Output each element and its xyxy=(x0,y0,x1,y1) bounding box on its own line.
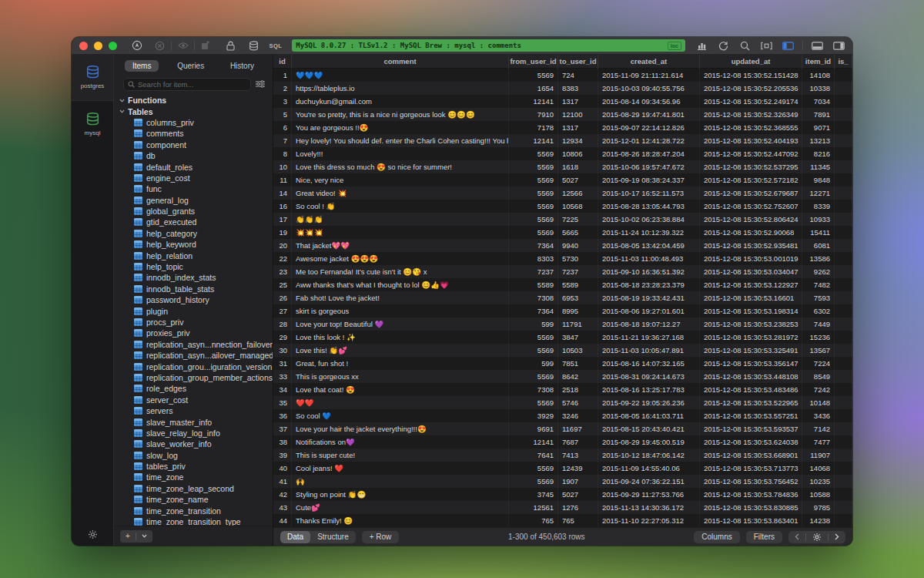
table-row[interactable]: 33This is gorgeous xx556986422015-08-31 … xyxy=(273,370,852,383)
cell-to_user_id[interactable]: 1317 xyxy=(558,95,598,108)
cell-from_user_id[interactable]: 7237 xyxy=(509,265,558,278)
cell-created_at[interactable]: 2015-11-21 19:36:27.168 xyxy=(598,331,700,344)
table-row[interactable]: 1💙💙💙55697242015-11-09 21:11:21.6142015-1… xyxy=(273,69,852,82)
lock-icon[interactable] xyxy=(225,40,236,52)
cell-from_user_id[interactable]: 7308 xyxy=(509,291,558,304)
cell-item_id[interactable]: 7034 xyxy=(802,95,835,108)
cell-comment[interactable]: 🙌 xyxy=(292,475,509,488)
cell-to_user_id[interactable]: 12566 xyxy=(558,187,598,200)
cell-id[interactable]: 37 xyxy=(273,422,292,435)
cell-from_user_id[interactable]: 12141 xyxy=(509,95,558,108)
refresh-icon[interactable] xyxy=(718,40,729,52)
cell-is_[interactable] xyxy=(835,82,852,95)
sidebar-item-plugin[interactable]: plugin xyxy=(119,305,273,316)
cell-comment[interactable]: Nice, very nice xyxy=(292,173,509,187)
grid-settings-gear-icon[interactable] xyxy=(806,533,828,542)
cell-item_id[interactable]: 7449 xyxy=(802,318,835,331)
cell-from_user_id[interactable]: 599 xyxy=(509,318,558,331)
cell-from_user_id[interactable]: 5569 xyxy=(509,475,558,488)
cell-to_user_id[interactable]: 8383 xyxy=(558,82,598,95)
toggle-bottom-panel-icon[interactable] xyxy=(812,40,823,52)
cell-to_user_id[interactable]: 5027 xyxy=(558,488,598,501)
cell-item_id[interactable]: 10148 xyxy=(802,396,835,409)
cell-id[interactable]: 8 xyxy=(273,147,292,160)
cell-to_user_id[interactable]: 2518 xyxy=(558,383,598,396)
cell-item_id[interactable]: 10933 xyxy=(802,213,835,226)
table-row[interactable]: 44Thanks Emily! 😊7657652015-11-10 22:27:… xyxy=(273,514,852,527)
table-row[interactable]: 16So cool ! 👏5569105682015-08-28 13:05:4… xyxy=(273,200,852,213)
cell-from_user_id[interactable]: 5569 xyxy=(509,344,558,357)
cell-created_at[interactable]: 2015-08-05 13:42:04.459 xyxy=(598,239,700,252)
cell-created_at[interactable]: 2015-11-24 10:12:39.322 xyxy=(598,226,700,239)
cell-from_user_id[interactable]: 5569 xyxy=(509,69,558,82)
table-row[interactable]: 42Styling on point 👏😁374550272015-09-29 … xyxy=(273,488,852,501)
cell-is_[interactable] xyxy=(835,396,852,409)
cell-id[interactable]: 28 xyxy=(273,318,292,331)
cell-created_at[interactable]: 2015-09-29 11:27:53.766 xyxy=(598,488,700,501)
cell-to_user_id[interactable]: 8995 xyxy=(558,304,598,318)
cell-id[interactable]: 11 xyxy=(273,173,292,187)
cell-created_at[interactable]: 2015-09-07 22:14:12.826 xyxy=(598,121,700,134)
cell-is_[interactable] xyxy=(835,278,852,291)
sidebar-item-servers[interactable]: servers xyxy=(119,405,273,416)
cell-from_user_id[interactable]: 12141 xyxy=(509,435,558,449)
column-header-id[interactable]: id xyxy=(273,55,292,69)
cell-updated_at[interactable]: 2015-12-08 15:30:52.572182 xyxy=(700,173,802,187)
cell-comment[interactable]: You're so pretty, this is a nice ni gorg… xyxy=(292,108,509,121)
cell-to_user_id[interactable]: 12439 xyxy=(558,462,598,475)
next-page-button[interactable] xyxy=(829,533,845,540)
cell-to_user_id[interactable]: 1276 xyxy=(558,501,598,514)
sidebar-item-replication_grou...iguration_version[interactable]: replication_grou...iguration_version xyxy=(119,361,273,371)
cell-item_id[interactable]: 15411 xyxy=(802,226,835,239)
cell-id[interactable]: 41 xyxy=(273,475,292,488)
cell-id[interactable]: 1 xyxy=(273,69,292,82)
table-row[interactable]: 11Nice, very nice556950272015-09-19 08:3… xyxy=(273,173,852,187)
cell-updated_at[interactable]: 2015-12-08 15:30:52.752607 xyxy=(700,200,802,213)
cell-created_at[interactable]: 2015-08-26 18:28:47.204 xyxy=(598,147,700,160)
sidebar-item-innodb_index_stats[interactable]: innodb_index_stats xyxy=(119,272,273,283)
table-row[interactable]: 43Cute💕1256112762015-11-13 14:30:36.1722… xyxy=(273,501,852,514)
cell-id[interactable]: 25 xyxy=(273,278,292,291)
cell-to_user_id[interactable]: 1907 xyxy=(558,475,598,488)
table-row[interactable]: 36So cool 💙392932462015-08-05 16:41:03.7… xyxy=(273,409,852,422)
cell-is_[interactable] xyxy=(835,488,852,501)
cell-to_user_id[interactable]: 3847 xyxy=(558,331,598,344)
cell-from_user_id[interactable]: 5569 xyxy=(509,147,558,160)
sql-editor-icon[interactable]: SQL xyxy=(270,40,281,52)
cell-id[interactable]: 10 xyxy=(273,160,292,173)
cell-comment[interactable]: 💥💥💥 xyxy=(292,226,509,239)
table-row[interactable]: 7Hey lovely! You should def. enter the C… xyxy=(273,134,852,147)
cell-created_at[interactable]: 2015-08-05 16:41:03.711 xyxy=(598,409,700,422)
cell-updated_at[interactable]: 2015-12-08 15:30:52.368555 xyxy=(700,121,802,134)
cell-is_[interactable] xyxy=(835,265,852,278)
table-row[interactable]: 5You're so pretty, this is a nice ni gor… xyxy=(273,108,852,121)
cell-comment[interactable]: So cool 💙 xyxy=(292,409,509,422)
cell-updated_at[interactable]: 2015-12-08 15:30:52.326349 xyxy=(700,108,802,121)
cell-comment[interactable]: 👏👏👏 xyxy=(292,213,509,226)
cell-id[interactable]: 33 xyxy=(273,370,292,383)
cell-from_user_id[interactable]: 12141 xyxy=(509,134,558,147)
table-row[interactable]: 30Love this! 👏💕5569105032015-11-03 10:05… xyxy=(273,344,852,357)
sidebar-item-func[interactable]: func xyxy=(119,183,273,194)
cell-from_user_id[interactable]: 599 xyxy=(509,357,558,370)
cell-updated_at[interactable]: 2015-12-08 15:30:53.668901 xyxy=(700,449,802,462)
cell-is_[interactable] xyxy=(835,501,852,514)
cell-comment[interactable]: This is gorgeous xx xyxy=(292,370,509,383)
cell-created_at[interactable]: 2015-11-09 21:11:21.614 xyxy=(598,69,700,82)
column-header-from_user_id[interactable]: from_user_id xyxy=(509,55,558,69)
cell-is_[interactable] xyxy=(835,409,852,422)
cell-is_[interactable] xyxy=(835,331,852,344)
column-header-updated_at[interactable]: updated_at xyxy=(700,55,802,69)
cell-item_id[interactable]: 14108 xyxy=(802,69,835,82)
cell-updated_at[interactable]: 2015-12-08 15:30:53.830885 xyxy=(700,501,802,514)
table-row[interactable]: 34Love that coat! 😍730825182015-08-16 13… xyxy=(273,383,852,396)
table-row[interactable]: 26Fab shot! Love the jacket!730869532015… xyxy=(273,291,852,304)
cell-comment[interactable]: skirt is gorgeous xyxy=(292,304,509,318)
cell-updated_at[interactable]: 2015-12-08 15:30:53.483486 xyxy=(700,383,802,396)
sidebar-item-time_zone_name[interactable]: time_zone_name xyxy=(119,494,273,505)
cell-comment[interactable]: Fab shot! Love the jacket! xyxy=(292,291,509,304)
cell-to_user_id[interactable]: 7225 xyxy=(558,213,598,226)
cell-is_[interactable] xyxy=(835,383,852,396)
cell-item_id[interactable]: 9262 xyxy=(802,265,835,278)
cell-id[interactable]: 30 xyxy=(273,344,292,357)
